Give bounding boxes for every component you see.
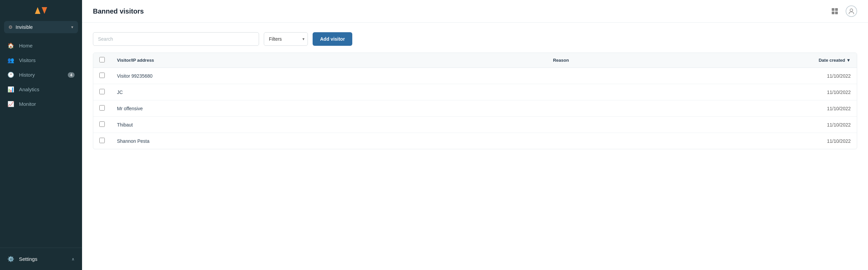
settings-section: ⚙️ Settings ∧: [0, 248, 82, 270]
row-date: 11/10/2022: [796, 133, 857, 149]
row-reason: [547, 117, 796, 133]
sidebar: Invisible ▾ 🏠 Home 👥 Visitors 🕐 History …: [0, 0, 82, 270]
sidebar-item-home[interactable]: 🏠 Home: [3, 39, 79, 53]
table-header-date[interactable]: Date created ▼: [796, 53, 857, 68]
history-badge: 4: [68, 72, 75, 78]
table-header-reason[interactable]: Reason: [547, 53, 796, 68]
row-checkbox[interactable]: [99, 121, 105, 127]
analytics-icon: 📊: [7, 86, 14, 93]
toolbar: Filters ▾ Add visitor: [93, 32, 857, 46]
sidebar-item-analytics[interactable]: 📊 Analytics: [3, 82, 79, 96]
table-row: Visitor 99235680 11/10/2022: [93, 68, 857, 84]
table-header-checkbox: [93, 53, 111, 68]
row-date: 11/10/2022: [796, 100, 857, 117]
visitors-icon: 👥: [7, 57, 14, 63]
row-checkbox[interactable]: [99, 138, 105, 143]
row-reason: [547, 100, 796, 117]
table-row: Thibaut 11/10/2022: [93, 117, 857, 133]
row-reason: [547, 68, 796, 84]
grid-view-icon[interactable]: [829, 6, 840, 17]
table-header-row: Visitor/IP address Reason Date created ▼: [93, 53, 857, 68]
svg-point-4: [850, 9, 853, 12]
row-checkbox-cell: [93, 117, 111, 133]
row-date: 11/10/2022: [796, 84, 857, 100]
settings-icon: ⚙️: [7, 256, 14, 262]
filter-wrapper: Filters ▾: [264, 32, 308, 46]
sidebar-item-label-monitor: Monitor: [19, 101, 75, 107]
table-row: JC 11/10/2022: [93, 84, 857, 100]
row-checkbox[interactable]: [99, 105, 105, 111]
settings-chevron-icon: ∧: [72, 257, 75, 262]
row-date: 11/10/2022: [796, 68, 857, 84]
page-content: Filters ▾ Add visitor Visitor/IP address: [82, 23, 868, 270]
sidebar-item-settings[interactable]: ⚙️ Settings ∧: [3, 252, 79, 266]
sidebar-item-label-analytics: Analytics: [19, 86, 75, 92]
workspace-selector[interactable]: Invisible ▾: [4, 21, 78, 33]
svg-rect-2: [832, 12, 834, 14]
row-date: 11/10/2022: [796, 117, 857, 133]
row-visitor: Shannon Pesta: [111, 133, 547, 149]
monitor-icon: 📈: [7, 101, 14, 107]
sidebar-item-label-visitors: Visitors: [19, 57, 75, 63]
table-header-visitor[interactable]: Visitor/IP address: [111, 53, 547, 68]
svg-rect-3: [835, 12, 838, 14]
search-input[interactable]: [93, 32, 259, 46]
sidebar-item-label-settings: Settings: [19, 256, 72, 262]
sidebar-item-history[interactable]: 🕐 History 4: [3, 68, 79, 82]
svg-rect-0: [832, 8, 834, 11]
app-logo: [0, 0, 82, 20]
banned-visitors-table: Visitor/IP address Reason Date created ▼: [93, 53, 857, 149]
row-checkbox-cell: [93, 84, 111, 100]
topbar: Banned visitors: [82, 0, 868, 23]
main-content: Banned visitors: [82, 0, 868, 270]
logo-icon: [35, 6, 47, 15]
sidebar-item-label-home: Home: [19, 43, 75, 49]
user-avatar[interactable]: [846, 5, 857, 17]
sidebar-item-monitor[interactable]: 📈 Monitor: [3, 97, 79, 111]
workspace-status-dot: [9, 25, 12, 29]
row-checkbox-cell: [93, 100, 111, 117]
add-visitor-button[interactable]: Add visitor: [313, 32, 352, 46]
row-visitor: Thibaut: [111, 117, 547, 133]
select-all-checkbox[interactable]: [99, 57, 105, 62]
row-checkbox[interactable]: [99, 89, 105, 94]
home-icon: 🏠: [7, 42, 14, 49]
svg-rect-1: [835, 8, 838, 11]
logo-right-triangle: [42, 7, 47, 14]
sidebar-item-label-history: History: [19, 72, 68, 78]
topbar-right: [829, 5, 857, 17]
row-visitor: Mr offensive: [111, 100, 547, 117]
row-reason: [547, 133, 796, 149]
row-reason: [547, 84, 796, 100]
page-title: Banned visitors: [93, 7, 144, 15]
filters-select[interactable]: Filters: [264, 32, 308, 46]
row-visitor: JC: [111, 84, 547, 100]
sidebar-item-visitors[interactable]: 👥 Visitors: [3, 53, 79, 67]
row-visitor: Visitor 99235680: [111, 68, 547, 84]
workspace-chevron-icon: ▾: [71, 25, 73, 30]
sidebar-nav: 🏠 Home 👥 Visitors 🕐 History 4 📊 Analytic…: [0, 39, 82, 248]
row-checkbox[interactable]: [99, 73, 105, 78]
history-icon: 🕐: [7, 72, 14, 78]
workspace-name: Invisible: [16, 24, 71, 30]
row-checkbox-cell: [93, 133, 111, 149]
row-checkbox-cell: [93, 68, 111, 84]
logo-left-triangle: [35, 7, 40, 14]
table-row: Shannon Pesta 11/10/2022: [93, 133, 857, 149]
table-row: Mr offensive 11/10/2022: [93, 100, 857, 117]
